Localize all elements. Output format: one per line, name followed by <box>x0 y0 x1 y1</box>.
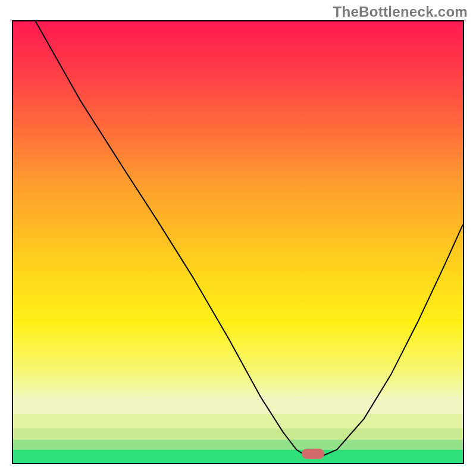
curve-path <box>36 21 463 455</box>
plot-frame <box>12 20 464 464</box>
watermark-text: TheBottleneck.com <box>333 4 468 20</box>
optimal-marker <box>302 449 324 458</box>
plot-background <box>12 20 464 464</box>
bottleneck-curve <box>13 21 463 463</box>
chart-container: TheBottleneck.com <box>0 0 476 476</box>
